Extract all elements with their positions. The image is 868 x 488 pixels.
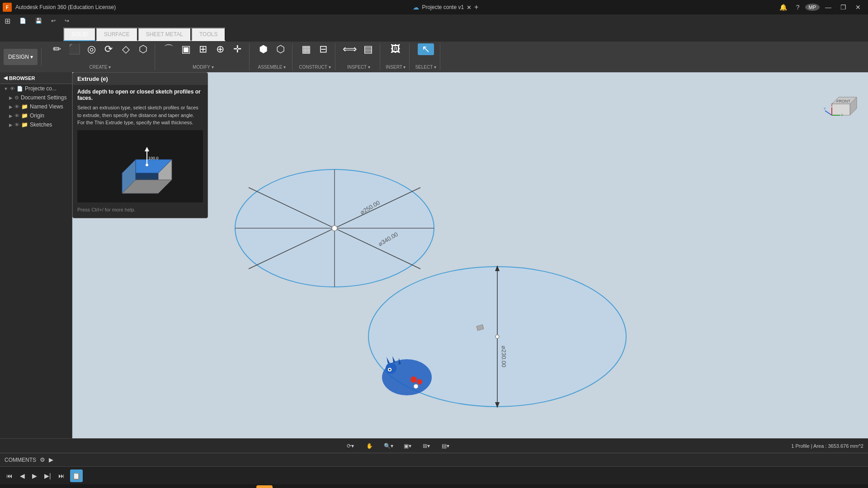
orbit-button[interactable]: ⟳▾ — [342, 442, 359, 450]
revolve-button[interactable]: ◎ — [83, 43, 99, 55]
tooltip-title: Extrude (e) — [73, 73, 208, 85]
notifications-button[interactable]: 🔔 — [776, 3, 791, 12]
construct-label[interactable]: CONSTRUCT ▾ — [299, 65, 330, 70]
create-buttons: ✏ ⬛ ◎ ⟳ ◇ ⬡ — [49, 43, 151, 55]
close-button[interactable]: ✕ — [852, 3, 864, 12]
loft-button[interactable]: ◇ — [118, 43, 134, 55]
svg-text:⌀230.00: ⌀230.00 — [500, 346, 507, 367]
loft-icon: ◇ — [122, 44, 130, 54]
rib-button[interactable]: ⬡ — [135, 43, 151, 55]
sidebar-item-project[interactable]: ▼ 👁 📄 Projecte co... — [0, 84, 72, 93]
svg-text:X: X — [841, 113, 843, 117]
file-explorer-button[interactable]: 📁 — [184, 485, 200, 488]
construct-btn-2[interactable]: ⊟ — [315, 43, 331, 55]
svg-line-39 — [825, 111, 832, 115]
tab-solid[interactable]: SOLID — [63, 28, 96, 41]
sweep-button[interactable]: ⟳ — [100, 43, 117, 55]
grid-menu[interactable]: ⊞ — [0, 15, 15, 27]
comments-label: COMMENTS — [5, 457, 36, 463]
project-title: Projecte conte v1 — [422, 4, 464, 10]
chrome-button[interactable]: ⚙ — [238, 485, 255, 488]
arrow-icon-views: ▶ — [9, 104, 13, 109]
revolve-icon: ◎ — [87, 44, 96, 54]
user-button[interactable]: MP — [805, 4, 820, 11]
sketch-button[interactable]: ✏ — [49, 43, 65, 55]
assemble-btn-2[interactable]: ⬡ — [272, 43, 288, 55]
modify-btn-1[interactable]: ⌒ — [160, 43, 177, 55]
fillet-icon: ⌒ — [164, 44, 174, 54]
start-button[interactable]: ⊞ — [3, 486, 18, 488]
modify-label[interactable]: MODIFY ▾ — [193, 65, 213, 70]
maximize-button[interactable]: ❐ — [837, 3, 850, 12]
arrow-icon-project: ▼ — [4, 86, 8, 91]
create-label[interactable]: CREATE ▾ — [90, 65, 111, 70]
svg-text:Y: Y — [824, 107, 826, 110]
fusion-taskbar-button[interactable]: F — [256, 485, 273, 488]
viewport[interactable]: Extrude (e) Adds depth to open or closed… — [72, 72, 868, 438]
tooltip-body: Adds depth to open or closed sketch prof… — [73, 85, 208, 218]
cloud-icon: ☁ — [413, 4, 419, 11]
doc-icon-project: 📄 — [17, 86, 23, 92]
view-options-button[interactable]: ▤▾ — [437, 442, 453, 450]
modify-btn-4[interactable]: ⊕ — [212, 43, 228, 55]
undo-button[interactable]: ↩ — [47, 16, 60, 26]
timeline-next-button[interactable]: ▶| — [42, 471, 53, 480]
select-label[interactable]: SELECT ▾ — [415, 65, 436, 70]
edge-browser-button[interactable]: 🌐 — [202, 485, 218, 488]
menubar: ⊞ 📄 💾 ↩ ↪ — [0, 14, 868, 27]
viewcube[interactable]: FRONT Y Z X — [823, 81, 859, 117]
save-button[interactable]: 💾 — [31, 16, 47, 26]
inspect-btn-1[interactable]: ⟺ — [341, 43, 359, 55]
sweep-icon: ⟳ — [104, 44, 113, 54]
select-btn-1[interactable]: ↖ — [418, 43, 434, 55]
close-tab-button[interactable]: ✕ — [467, 4, 472, 11]
file-menu[interactable]: 📄 — [15, 16, 31, 26]
redo-button[interactable]: ↪ — [60, 16, 74, 26]
browser-label: BROWSER — [9, 75, 35, 81]
comments-expand-button[interactable]: ▶ — [49, 456, 53, 463]
tab-sheet-metal[interactable]: SHEET METAL — [138, 28, 191, 41]
timeline-end-button[interactable]: ⏭ — [57, 471, 66, 480]
assemble-btn-1[interactable]: ⬢ — [255, 43, 271, 55]
combine-icon: ⊞ — [199, 44, 207, 54]
pan-button[interactable]: ✋ — [361, 442, 377, 450]
assemble-label[interactable]: ASSEMBLE ▾ — [258, 65, 286, 70]
statusbar-right: 1 Profile | Area : 3653.676 mm^2 — [791, 443, 863, 449]
timeline-play-button[interactable]: ▶ — [30, 471, 39, 480]
tab-surface[interactable]: SURFACE — [96, 28, 138, 41]
modify-btn-5[interactable]: ✛ — [229, 43, 245, 55]
task-view-button[interactable]: ⧉ — [166, 485, 182, 488]
help-button[interactable]: ? — [793, 3, 803, 12]
extrude-button[interactable]: ⬛ — [66, 43, 82, 55]
new-tab-button[interactable]: + — [474, 3, 478, 11]
inspect-label[interactable]: INSPECT ▾ — [347, 65, 370, 70]
timeline-prev-button[interactable]: ◀ — [18, 471, 27, 480]
eye-icon-project: 👁 — [10, 86, 15, 91]
modify-btn-2[interactable]: ▣ — [178, 43, 194, 55]
sidebar-item-named-views[interactable]: ▶ 👁 📁 Named Views — [0, 102, 72, 111]
grid-button[interactable]: ⊞▾ — [418, 442, 434, 450]
search-icon-taskbar[interactable]: 🔍 — [19, 485, 36, 488]
word-button[interactable]: W — [220, 485, 236, 488]
sidebar-item-sketches[interactable]: ▶ 👁 📁 Sketches — [0, 120, 72, 129]
inspect-btn-2[interactable]: ▤ — [360, 43, 376, 55]
comments-add-button[interactable]: ⚙ — [40, 456, 45, 463]
modify-btn-3[interactable]: ⊞ — [195, 43, 211, 55]
toolbar-tabs: SOLID SURFACE SHEET METAL TOOLS — [0, 27, 868, 42]
display-mode-button[interactable]: ▣▾ — [399, 442, 415, 450]
construct-btn-1[interactable]: ▦ — [298, 43, 314, 55]
minimize-button[interactable]: — — [821, 3, 835, 12]
zoom-button[interactable]: 🔍▾ — [380, 442, 396, 450]
measure-icon: ⟺ — [343, 44, 357, 54]
insert-btn-1[interactable]: 🖼 — [387, 43, 404, 55]
design-dropdown[interactable]: DESIGN ▾ — [4, 49, 38, 65]
tab-tools[interactable]: TOOLS — [191, 28, 226, 41]
insert-label[interactable]: INSERT ▾ — [386, 65, 406, 70]
app-title: Autodesk Fusion 360 (Education License) — [15, 4, 116, 10]
sidebar-item-origin[interactable]: ▶ 👁 📁 Origin — [0, 111, 72, 120]
sidebar-item-doc-settings[interactable]: ▶ ⚙ Document Settings — [0, 93, 72, 102]
timeline-start-button[interactable]: ⏮ — [5, 471, 14, 480]
svg-point-9 — [146, 164, 148, 166]
titlebar-left: F Autodesk Fusion 360 (Education License… — [0, 3, 116, 12]
sidebar-header[interactable]: ◀ BROWSER — [0, 72, 72, 84]
